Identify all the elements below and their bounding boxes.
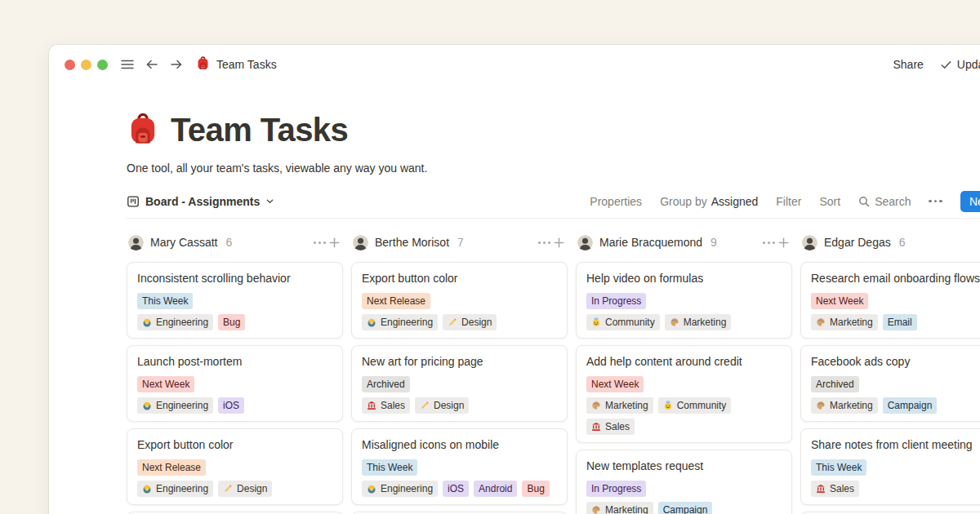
sort-button[interactable]: Sort	[819, 195, 840, 208]
card[interactable]: Share notes from client meetingThis Week…	[800, 428, 980, 505]
pill-label: Next Week	[816, 293, 863, 309]
sales-icon	[367, 401, 376, 410]
pill: Campaign	[658, 502, 713, 514]
column-header: Edgar Degas6	[800, 233, 980, 251]
properties-button[interactable]: Properties	[590, 195, 642, 208]
column-title: Marie Bracquemond	[599, 236, 702, 249]
column-header: Mary Cassatt6	[127, 233, 343, 251]
pill: Archived	[811, 376, 859, 392]
pill-label: Marketing	[830, 314, 873, 330]
card[interactable]: Inconsistent scrolling behaviorThis Week…	[127, 262, 343, 339]
status-row: This Week	[362, 459, 557, 476]
pill: This Week	[137, 293, 193, 309]
zoom-window-icon[interactable]	[97, 60, 108, 70]
pill-label: This Week	[142, 293, 188, 309]
forward-arrow-icon[interactable]	[168, 56, 185, 73]
column-more-icon[interactable]	[312, 235, 327, 250]
pill: Next Release	[137, 459, 206, 476]
pill-label: Next Release	[367, 293, 425, 309]
board: Mary Cassatt6Inconsistent scrolling beha…	[127, 233, 980, 514]
pill-label: Sales	[381, 397, 405, 414]
backpack-icon	[196, 56, 210, 73]
pill: iOS	[218, 397, 244, 414]
column-count: 6	[899, 236, 906, 249]
back-arrow-icon[interactable]	[144, 56, 160, 73]
app-window: Team Tasks Share Updates Team Tasks One …	[49, 45, 980, 514]
card[interactable]: Export button colorNext ReleaseEngineeri…	[127, 428, 343, 505]
card[interactable]: Add help content around creditNext WeekM…	[576, 345, 792, 443]
card[interactable]: New art for pricing pageArchivedSalesDes…	[351, 345, 568, 422]
card[interactable]: Export button colorNext ReleaseEngineeri…	[351, 262, 568, 339]
window-chrome: Team Tasks Share Updates	[49, 45, 980, 84]
engineering-icon	[142, 317, 152, 327]
tags-row: MarketingCommunitySales	[586, 397, 782, 435]
status-row: Next Week	[137, 376, 332, 392]
card-title: Misaligned icons on mobile	[362, 436, 557, 453]
pill: Engineering	[137, 481, 213, 497]
pill: Archived	[362, 376, 410, 392]
tags-row: Sales	[811, 481, 980, 497]
avatar-edgar-degas	[802, 235, 817, 250]
view-toolbar: Board - Assignments Properties Group by …	[127, 184, 980, 219]
pill-label: Design	[434, 397, 464, 414]
avatar-marie-bracquemond	[577, 235, 593, 250]
pill: Sales	[586, 419, 635, 435]
card-title: New art for pricing page	[362, 353, 557, 370]
pill-label: Engineering	[381, 314, 433, 330]
pill: Next Week	[137, 376, 194, 392]
status-row: Next Week	[586, 376, 782, 392]
group-by-button[interactable]: Group by Assigned	[660, 195, 758, 208]
card-title: Share notes from client meeting	[811, 436, 980, 453]
minimize-window-icon[interactable]	[81, 60, 91, 70]
view-switcher[interactable]: Board - Assignments	[127, 195, 274, 208]
pill: Marketing	[665, 314, 732, 330]
card[interactable]: Research email onboarding flowsNext Week…	[800, 262, 980, 339]
column-more-icon[interactable]	[761, 235, 776, 250]
pill-label: Next Week	[142, 376, 189, 392]
tags-row: EngineeringiOS	[137, 397, 332, 414]
more-options-icon[interactable]	[929, 200, 942, 203]
pill-label: Engineering	[156, 481, 208, 497]
filter-button[interactable]: Filter	[776, 195, 801, 208]
close-window-icon[interactable]	[65, 60, 75, 70]
column-count: 6	[225, 236, 232, 249]
pill-label: Marketing	[684, 314, 727, 330]
pill-label: Community	[677, 397, 727, 414]
column-add-icon[interactable]	[551, 235, 566, 250]
pill: Engineering	[137, 397, 213, 414]
pill-label: Next Week	[591, 376, 639, 392]
pill-label: Android	[479, 481, 512, 497]
column-title: Mary Cassatt	[150, 236, 217, 249]
window-title: Team Tasks	[216, 58, 277, 71]
page-subtitle: One tool, all your team's tasks, viewabl…	[127, 162, 980, 175]
tags-row: MarketingCampaign	[586, 502, 782, 514]
pill-label: iOS	[448, 481, 464, 497]
engineering-icon	[367, 484, 376, 494]
card[interactable]: Facebook ads copyArchivedMarketingCampai…	[800, 345, 980, 422]
sales-icon	[591, 422, 601, 432]
pill: Sales	[362, 397, 410, 414]
search-button[interactable]: Search	[858, 195, 911, 208]
card[interactable]: Help video on formulasIn ProgressCommuni…	[576, 262, 792, 339]
hamburger-icon[interactable]	[119, 56, 136, 73]
pill: This Week	[811, 459, 866, 476]
backpack-icon	[127, 113, 159, 148]
pill: Email	[883, 314, 917, 330]
updates-button[interactable]: Updates	[940, 58, 980, 71]
column-more-icon[interactable]	[537, 235, 551, 250]
card[interactable]: Misaligned icons on mobileThis WeekEngin…	[351, 428, 568, 505]
engineering-icon	[367, 317, 376, 327]
column-add-icon[interactable]	[327, 235, 341, 250]
card[interactable]: Launch post-mortemNext WeekEngineeringiO…	[127, 345, 343, 422]
column-header: Marie Bracquemond9	[576, 233, 792, 251]
card[interactable]: New templates requestIn ProgressMarketin…	[576, 450, 792, 514]
board-view-icon	[127, 195, 140, 208]
card-title: Research email onboarding flows	[811, 270, 980, 286]
share-button[interactable]: Share	[893, 58, 923, 71]
new-button[interactable]: New	[960, 191, 980, 212]
pill: Community	[586, 314, 660, 330]
card-title: Add help content around credit	[586, 353, 782, 370]
pill: Engineering	[362, 314, 438, 330]
column-add-icon[interactable]	[776, 235, 791, 250]
card-title: Launch post-mortem	[137, 353, 332, 370]
